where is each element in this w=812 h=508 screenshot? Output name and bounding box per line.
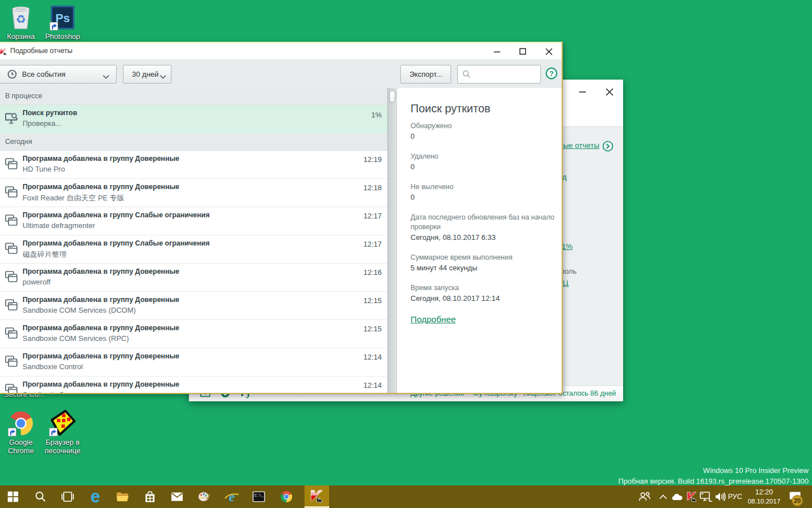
event-subtitle: Foxit Reader 自由天空 PE 专版 bbox=[23, 193, 125, 203]
application-icon bbox=[5, 242, 19, 257]
application-icon bbox=[5, 214, 19, 229]
event-row[interactable]: Программа добавлена в группу Доверенные … bbox=[0, 151, 387, 179]
language-indicator[interactable]: РУС bbox=[728, 485, 742, 508]
details-more-link[interactable]: Подробнее bbox=[411, 314, 456, 325]
reports-content: В процессе Поиск руткитов Проверка... 1%… bbox=[0, 88, 562, 393]
period-filter-value: 30 дней bbox=[132, 65, 158, 83]
paint-icon[interactable] bbox=[192, 485, 217, 508]
event-subtitle: Проверка... bbox=[23, 119, 61, 128]
event-title: Программа добавлена в группу Слабые огра… bbox=[23, 239, 210, 247]
svg-text:?: ? bbox=[549, 69, 554, 78]
screen: { "colors": { "desktop_green": "#18ab68"… bbox=[0, 0, 812, 508]
recycle-bin-icon: ♻ bbox=[8, 5, 34, 30]
event-row[interactable]: Программа добавлена в группу Доверенные … bbox=[0, 292, 387, 320]
mail-icon[interactable] bbox=[165, 485, 189, 508]
application-icon bbox=[5, 383, 19, 393]
event-time: 12:14 bbox=[363, 381, 382, 389]
taskbar-clock[interactable]: 12:20 08.10.2017 bbox=[747, 485, 782, 508]
scrollbar-thumb[interactable] bbox=[389, 90, 395, 103]
reports-titlebar: Подробные отчеты bbox=[0, 43, 562, 59]
detail-field: Дата последнего обновления баз на начало… bbox=[411, 213, 555, 243]
event-row[interactable]: Программа добавлена в группу Доверенные … bbox=[0, 376, 387, 393]
kaspersky-logo-icon bbox=[0, 47, 7, 58]
minimize-button[interactable] bbox=[490, 43, 505, 59]
task-view-button[interactable] bbox=[55, 485, 80, 508]
desktop-icon-recycle-bin[interactable]: ♻ Корзина bbox=[0, 5, 42, 41]
fragment-link-percent[interactable]: 1% bbox=[562, 242, 573, 251]
event-subtitle: Sandboxie Start bbox=[23, 391, 75, 393]
application-icon bbox=[5, 157, 19, 172]
main-close-button[interactable] bbox=[602, 85, 617, 99]
kaspersky-taskbar-button[interactable] bbox=[304, 485, 330, 508]
clock-date: 08.10.2017 bbox=[747, 497, 782, 506]
event-time: 12:19 bbox=[363, 155, 382, 164]
event-row-active[interactable]: Поиск руткитов Проверка... 1% bbox=[0, 105, 387, 134]
event-row[interactable]: Программа добавлена в группу Доверенные … bbox=[0, 264, 387, 292]
fragment-link-ts[interactable]: Ц bbox=[563, 279, 568, 287]
event-subtitle: Sandboxie COM Services (DCOM) bbox=[23, 306, 136, 314]
event-title: Программа добавлена в группу Доверенные bbox=[23, 268, 179, 275]
edge-icon[interactable]: e bbox=[83, 485, 108, 508]
watermark-line1: Windows 10 Pro Insider Preview bbox=[618, 465, 809, 476]
detail-panel: Поиск руткитов Обнаружено 0 Удалено 0 Не… bbox=[397, 88, 562, 393]
section-header-today: Сегодня bbox=[0, 134, 387, 151]
clock-time: 12:20 bbox=[747, 488, 782, 497]
event-title: Программа добавлена в группу Доверенные bbox=[23, 296, 179, 304]
chrome-taskbar-icon[interactable] bbox=[274, 485, 299, 508]
event-row[interactable]: Программа добавлена в группу Доверенные … bbox=[0, 179, 387, 207]
fragment-text-rol: роль bbox=[561, 267, 577, 275]
shortcut-arrow-icon bbox=[50, 22, 58, 30]
icon-label: Photoshop bbox=[41, 33, 84, 41]
event-time: 12:18 bbox=[363, 183, 382, 192]
shortcut-arrow-icon bbox=[8, 428, 16, 436]
icon-label: GoogleChrome bbox=[0, 439, 42, 455]
circle-arrow-icon[interactable] bbox=[602, 141, 614, 154]
detail-field: Удалено 0 bbox=[411, 152, 555, 172]
shortcut-arrow-icon bbox=[49, 428, 58, 436]
search-icon bbox=[462, 70, 471, 81]
event-row[interactable]: Программа добавлена в группу Доверенные … bbox=[0, 320, 387, 348]
maximize-button[interactable] bbox=[515, 43, 530, 59]
event-subtitle: HD Tune Pro bbox=[23, 165, 65, 173]
event-subtitle: Sandboxie Control bbox=[23, 362, 83, 371]
event-title: Программа добавлена в группу Слабые огра… bbox=[23, 211, 210, 219]
main-minimize-button[interactable] bbox=[575, 85, 590, 99]
event-time: 12:15 bbox=[363, 325, 382, 333]
section-header-in-progress: В процессе bbox=[0, 88, 387, 105]
detail-field: Обнаружено 0 bbox=[411, 121, 555, 142]
people-icon[interactable] bbox=[634, 485, 655, 508]
taskbar: e e C:\_ bbox=[0, 485, 812, 508]
chevron-down-icon bbox=[103, 72, 109, 81]
window-title: Подробные отчеты bbox=[10, 43, 73, 59]
command-prompt-icon[interactable]: C:\_ bbox=[246, 485, 271, 508]
event-row[interactable]: Программа добавлена в группу Слабые огра… bbox=[0, 207, 387, 235]
event-time: 12:15 bbox=[363, 296, 382, 305]
event-time: 12:17 bbox=[363, 212, 382, 220]
photoshop-icon: Ps bbox=[50, 5, 76, 30]
events-filter-dropdown[interactable]: Все события bbox=[0, 65, 117, 84]
volume-icon[interactable] bbox=[712, 485, 730, 508]
help-button[interactable]: ? bbox=[545, 67, 558, 80]
event-row[interactable]: Программа добавлена в группу Слабые огра… bbox=[0, 235, 387, 264]
internet-explorer-icon[interactable]: e bbox=[219, 485, 244, 508]
close-button[interactable] bbox=[541, 43, 556, 59]
detail-heading: Поиск руткитов bbox=[411, 102, 555, 115]
event-title: Программа добавлена в группу Доверенные bbox=[23, 183, 179, 191]
period-filter-dropdown[interactable]: 30 дней bbox=[123, 65, 171, 84]
fragment-link-d[interactable]: д bbox=[562, 173, 567, 181]
desktop-icon-photoshop[interactable]: Ps Photoshop bbox=[41, 5, 84, 41]
search-input[interactable] bbox=[474, 66, 539, 82]
event-row[interactable]: Программа добавлена в группу Доверенные … bbox=[0, 348, 387, 376]
store-icon[interactable] bbox=[138, 485, 162, 508]
detail-field: Не вылечено 0 bbox=[411, 182, 555, 203]
detail-field: Суммарное время выполнения 5 минут 44 се… bbox=[411, 253, 555, 273]
desktop-icon-google-chrome[interactable]: GoogleChrome bbox=[0, 410, 42, 455]
desktop-icon-sandboxed-browser[interactable]: Браузер впесочнице bbox=[41, 409, 84, 455]
event-subtitle: Ultimate defragmenter bbox=[23, 221, 95, 230]
export-button[interactable]: Экспорт... bbox=[400, 65, 451, 84]
start-button[interactable] bbox=[1, 485, 25, 508]
scrollbar[interactable] bbox=[387, 88, 397, 393]
file-explorer-icon[interactable] bbox=[110, 485, 135, 508]
taskbar-search-icon[interactable] bbox=[28, 485, 53, 508]
icon-label: Браузер впесочнице bbox=[41, 439, 84, 455]
